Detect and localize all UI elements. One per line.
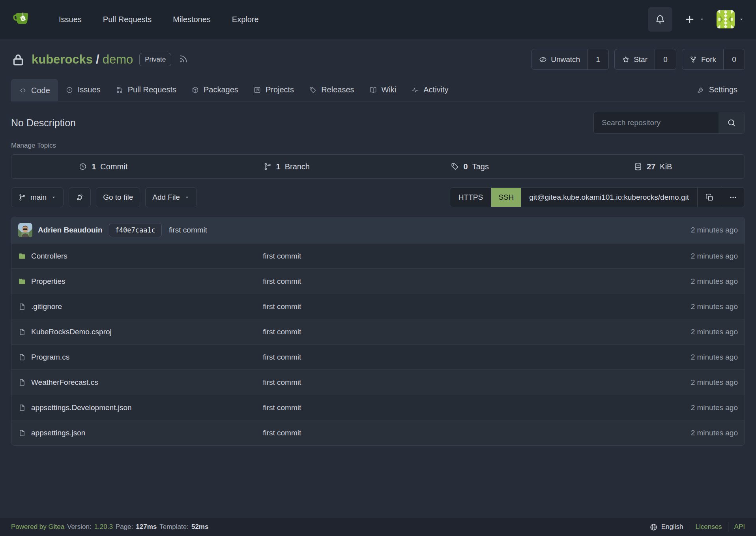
- page-time-label: Page:: [116, 523, 133, 531]
- navbar-right: [648, 7, 744, 32]
- nav-item-issues[interactable]: Issues: [48, 15, 92, 24]
- file-name[interactable]: WeatherForecast.cs: [31, 378, 98, 387]
- nav-item-pull-requests[interactable]: Pull Requests: [92, 15, 162, 24]
- file-name-link[interactable]: Controllers: [18, 252, 263, 261]
- file-commit-message-link[interactable]: first commit: [263, 378, 691, 387]
- file-name[interactable]: .gitignore: [31, 302, 62, 311]
- file-commit-message-link[interactable]: first commit: [263, 277, 691, 286]
- commit-hash-link[interactable]: f40e7caa1c: [109, 223, 162, 237]
- search-input[interactable]: [594, 112, 719, 133]
- repo-header: kuberocks/demo Private Unwatch 1 Star 0: [0, 39, 756, 101]
- file-name-link[interactable]: Properties: [18, 277, 263, 286]
- branch-selector[interactable]: main: [11, 187, 64, 207]
- clone-url-input[interactable]: git@gitea.kube.okami101.io:kuberocks/dem…: [521, 188, 697, 207]
- tag-icon: [451, 162, 459, 171]
- nav-item-explore[interactable]: Explore: [221, 15, 269, 24]
- file-commit-message-link[interactable]: first commit: [263, 252, 691, 261]
- watchers-count[interactable]: 1: [587, 49, 608, 69]
- tab-packages[interactable]: Packages: [184, 79, 246, 101]
- branches-count: 1: [276, 162, 281, 171]
- repo-title: kuberocks/demo: [32, 52, 133, 67]
- current-branch-label: main: [30, 193, 47, 202]
- api-link[interactable]: API: [734, 523, 745, 531]
- gitea-logo-icon[interactable]: b: [12, 9, 32, 30]
- stat-size[interactable]: 27 KiB: [561, 162, 745, 171]
- stars-count[interactable]: 0: [655, 49, 676, 69]
- tab-projects[interactable]: Projects: [246, 79, 301, 101]
- tab-pull-requests[interactable]: Pull Requests: [108, 79, 184, 101]
- git-compare-icon: [76, 193, 84, 201]
- commit-author-link[interactable]: Adrien Beaudouin: [38, 226, 103, 234]
- stat-tags[interactable]: 0 Tags: [378, 162, 561, 171]
- more-actions-button[interactable]: [721, 188, 745, 207]
- file-name[interactable]: Controllers: [31, 252, 67, 261]
- tab-activity[interactable]: Activity: [404, 79, 456, 101]
- language-selector[interactable]: English: [649, 523, 683, 531]
- file-name-link[interactable]: appsettings.json: [18, 429, 263, 437]
- file-commit-message-link[interactable]: first commit: [263, 302, 691, 311]
- repo-description: No Description: [11, 117, 76, 129]
- file-commit-message-link[interactable]: first commit: [263, 328, 691, 336]
- compare-button[interactable]: [69, 187, 91, 207]
- file-name-link[interactable]: Program.cs: [18, 353, 263, 362]
- file-name-link[interactable]: .gitignore: [18, 302, 263, 311]
- code-icon: [19, 86, 27, 94]
- version-link[interactable]: 1.20.3: [94, 523, 113, 531]
- tab-settings[interactable]: Settings: [689, 79, 745, 101]
- stat-branches[interactable]: 1 Branch: [195, 162, 378, 171]
- private-badge: Private: [139, 53, 171, 66]
- commit-message-link[interactable]: first commit: [169, 226, 207, 234]
- file-name-link[interactable]: KubeRocksDemo.csproj: [18, 328, 263, 336]
- file-name[interactable]: Program.cs: [31, 353, 69, 362]
- go-to-file-label: Go to file: [103, 193, 133, 202]
- manage-topics-link[interactable]: Manage Topics: [11, 142, 56, 150]
- file-name[interactable]: appsettings.json: [31, 429, 85, 437]
- commit-author-avatar[interactable]: [18, 223, 32, 237]
- go-to-file-button[interactable]: Go to file: [96, 187, 140, 207]
- tab-code[interactable]: Code: [11, 79, 58, 101]
- star-button[interactable]: Star 0: [614, 49, 676, 70]
- file-icon: [18, 303, 26, 311]
- file-name-link[interactable]: appsettings.Development.json: [18, 403, 263, 412]
- tab-releases[interactable]: Releases: [301, 79, 361, 101]
- file-name[interactable]: Properties: [31, 277, 65, 286]
- clone-https-button[interactable]: HTTPS: [450, 188, 491, 207]
- file-name[interactable]: KubeRocksDemo.csproj: [31, 328, 112, 336]
- nav-item-milestones[interactable]: Milestones: [162, 15, 221, 24]
- repo-name-link[interactable]: demo: [103, 52, 133, 66]
- create-new-button[interactable]: [684, 14, 705, 25]
- licenses-link[interactable]: Licenses: [695, 523, 722, 531]
- search-button[interactable]: [719, 112, 745, 133]
- file-name-link[interactable]: WeatherForecast.cs: [18, 378, 263, 387]
- branches-label: Branch: [285, 162, 310, 171]
- tab-issues-label: Issues: [78, 85, 101, 94]
- tab-wiki[interactable]: Wiki: [362, 79, 404, 101]
- tags-label: Tags: [472, 162, 489, 171]
- forks-count[interactable]: 0: [723, 49, 745, 69]
- file-commit-message-link[interactable]: first commit: [263, 403, 691, 412]
- tab-activity-label: Activity: [423, 85, 448, 94]
- clone-ssh-button[interactable]: SSH: [491, 188, 521, 207]
- private-lock-icon: [11, 52, 25, 67]
- git-pull-request-icon: [116, 86, 124, 94]
- file-row: KubeRocksDemo.csproj first commit 2 minu…: [11, 319, 745, 344]
- user-menu-button[interactable]: [717, 10, 744, 28]
- file-name[interactable]: appsettings.Development.json: [31, 403, 132, 412]
- tab-code-label: Code: [31, 86, 50, 95]
- rss-feed-button[interactable]: [178, 54, 189, 66]
- file-commit-message-link[interactable]: first commit: [263, 429, 691, 437]
- unwatch-button[interactable]: Unwatch 1: [531, 49, 609, 70]
- add-file-button[interactable]: Add File: [145, 187, 197, 207]
- notifications-button[interactable]: [648, 7, 672, 32]
- tab-issues[interactable]: Issues: [58, 79, 108, 101]
- clone-url-group: HTTPS SSH git@gitea.kube.okami101.io:kub…: [450, 187, 745, 207]
- version-label: Version:: [67, 523, 91, 531]
- file-commit-message-link[interactable]: first commit: [263, 353, 691, 362]
- powered-by-gitea-link[interactable]: Powered by Gitea: [11, 523, 64, 531]
- copy-url-button[interactable]: [697, 188, 721, 207]
- repo-owner-link[interactable]: kuberocks: [32, 52, 93, 66]
- stat-commits[interactable]: 1 Commit: [11, 162, 195, 171]
- file-icon: [18, 404, 26, 412]
- top-navbar: b Issues Pull Requests Milestones Explor…: [0, 0, 756, 39]
- fork-button[interactable]: Fork 0: [682, 49, 745, 70]
